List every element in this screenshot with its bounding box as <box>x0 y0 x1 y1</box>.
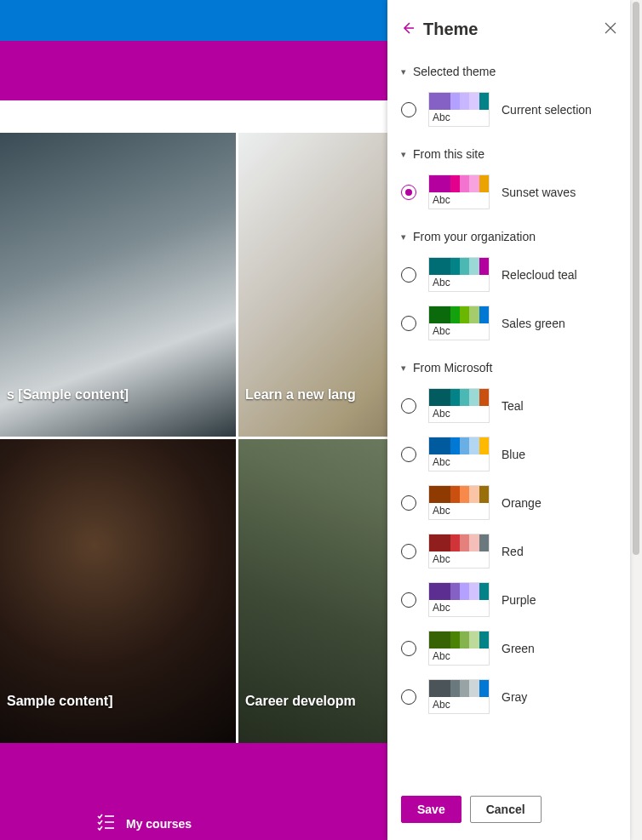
section-title: From this site <box>413 147 484 161</box>
swatch-sample-text: Abc <box>429 454 489 471</box>
tile-caption: Sample content] <box>0 694 119 743</box>
theme-option[interactable]: AbcOrange <box>401 485 616 520</box>
theme-name: Purple <box>502 593 536 607</box>
radio-button[interactable] <box>401 544 416 559</box>
theme-swatch: Abc <box>428 631 490 666</box>
theme-swatch: Abc <box>428 534 490 569</box>
chevron-down-icon: ▾ <box>401 149 406 160</box>
radio-button[interactable] <box>401 102 416 117</box>
tile[interactable]: s [Sample content] <box>0 133 236 437</box>
scrollbar-thumb[interactable] <box>633 2 639 555</box>
radio-button[interactable] <box>401 641 416 656</box>
section-header[interactable]: ▾From Microsoft <box>401 361 616 374</box>
theme-name: Green <box>502 642 535 655</box>
save-button[interactable]: Save <box>401 796 461 823</box>
tile-caption: Learn a new lang <box>238 387 363 437</box>
panel-footer: Save Cancel <box>387 786 630 840</box>
close-icon[interactable] <box>605 22 616 37</box>
theme-name: Current selection <box>502 103 592 117</box>
section-title: Selected theme <box>413 65 496 78</box>
theme-option[interactable]: AbcTeal <box>401 388 616 423</box>
tile-caption: s [Sample content] <box>0 387 135 437</box>
theme-swatch: Abc <box>428 92 490 127</box>
radio-button[interactable] <box>401 689 416 705</box>
panel-header: Theme <box>387 0 630 58</box>
radio-button[interactable] <box>401 398 416 414</box>
section-header[interactable]: ▾From your organization <box>401 230 616 243</box>
radio-button[interactable] <box>401 316 416 331</box>
theme-option[interactable]: AbcSales green <box>401 306 616 340</box>
theme-option[interactable]: AbcCurrent selection <box>401 92 616 127</box>
theme-name: Orange <box>502 496 542 510</box>
chevron-down-icon: ▾ <box>401 363 406 374</box>
tile-caption: Career developm <box>238 694 363 743</box>
theme-option[interactable]: AbcPurple <box>401 582 616 617</box>
radio-button[interactable] <box>401 495 416 511</box>
theme-option[interactable]: AbcBlue <box>401 437 616 471</box>
radio-button[interactable] <box>401 592 416 608</box>
scrollbar-track[interactable] <box>630 0 642 840</box>
cancel-button[interactable]: Cancel <box>470 796 542 823</box>
swatch-sample-text: Abc <box>429 697 489 713</box>
theme-panel: Theme ▾Selected themeAbcCurrent selectio… <box>387 0 630 840</box>
section-title: From Microsoft <box>413 361 492 374</box>
theme-name: Sales green <box>502 317 565 330</box>
theme-swatch: Abc <box>428 679 490 714</box>
panel-title: Theme <box>423 20 596 39</box>
section-title: From your organization <box>413 230 536 243</box>
theme-name: Relecloud teal <box>502 268 577 282</box>
radio-button[interactable] <box>401 267 416 283</box>
swatch-sample-text: Abc <box>429 192 489 209</box>
theme-option[interactable]: AbcRed <box>401 534 616 569</box>
theme-name: Gray <box>502 690 527 704</box>
theme-swatch: Abc <box>428 485 490 520</box>
swatch-sample-text: Abc <box>429 600 489 616</box>
back-icon[interactable] <box>401 21 415 37</box>
checklist-icon <box>95 814 116 831</box>
theme-name: Teal <box>502 399 524 413</box>
theme-option[interactable]: AbcRelecloud teal <box>401 257 616 292</box>
swatch-sample-text: Abc <box>429 406 489 422</box>
panel-body: ▾Selected themeAbcCurrent selection▾From… <box>387 58 630 786</box>
theme-name: Red <box>502 545 524 558</box>
theme-swatch: Abc <box>428 437 490 471</box>
swatch-sample-text: Abc <box>429 110 489 126</box>
theme-swatch: Abc <box>428 174 490 209</box>
theme-option[interactable]: AbcGray <box>401 679 616 714</box>
section-header[interactable]: ▾From this site <box>401 147 616 161</box>
swatch-sample-text: Abc <box>429 649 489 665</box>
swatch-sample-text: Abc <box>429 551 489 568</box>
theme-swatch: Abc <box>428 388 490 423</box>
tile[interactable]: Sample content] <box>0 439 236 743</box>
theme-option[interactable]: AbcSunset waves <box>401 174 616 209</box>
radio-button[interactable] <box>401 185 416 200</box>
swatch-sample-text: Abc <box>429 275 489 291</box>
theme-swatch: Abc <box>428 257 490 292</box>
swatch-sample-text: Abc <box>429 323 489 340</box>
bottom-label: My courses <box>126 817 192 831</box>
chevron-down-icon: ▾ <box>401 66 406 77</box>
theme-swatch: Abc <box>428 582 490 617</box>
theme-name: Blue <box>502 448 525 461</box>
radio-button[interactable] <box>401 447 416 462</box>
theme-swatch: Abc <box>428 306 490 340</box>
section-header[interactable]: ▾Selected theme <box>401 65 616 78</box>
chevron-down-icon: ▾ <box>401 231 406 243</box>
theme-name: Sunset waves <box>502 186 576 199</box>
theme-option[interactable]: AbcGreen <box>401 631 616 666</box>
swatch-sample-text: Abc <box>429 503 489 519</box>
